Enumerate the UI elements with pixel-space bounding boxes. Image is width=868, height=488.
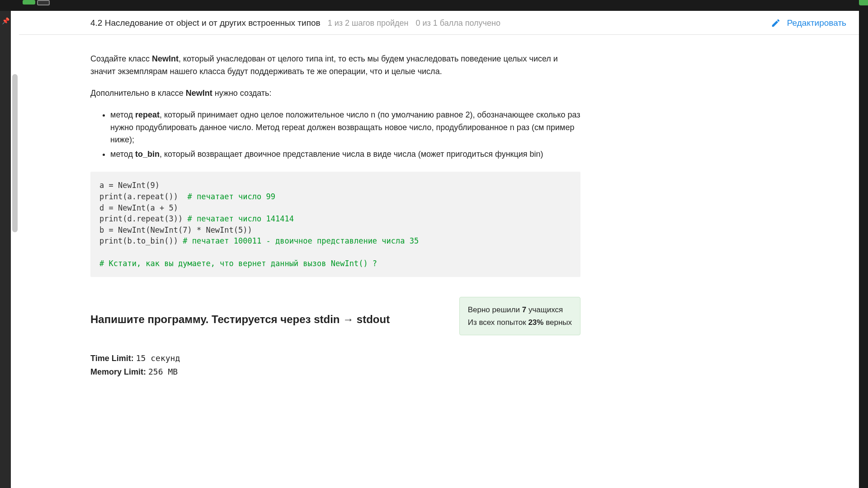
pencil-icon <box>771 18 781 28</box>
active-tab-indicator[interactable] <box>23 0 35 5</box>
stats-tries: Из всех попыток 23% верных <box>468 316 572 328</box>
scrollbar-thumb[interactable] <box>12 74 18 232</box>
list-item: метод repeat, который принимает одно цел… <box>110 109 580 147</box>
limits: Time Limit: 15 секунд Memory Limit: 256 … <box>90 352 580 379</box>
lesson-content: Создайте класс NewInt, который унаследов… <box>19 35 593 388</box>
corner-indicator <box>859 0 868 5</box>
lesson-title: 4.2 Наследование от object и от других в… <box>90 18 321 28</box>
edit-label: Редактировать <box>787 18 846 28</box>
app-sidebar: 📌 <box>0 11 11 388</box>
edit-button[interactable]: Редактировать <box>771 18 846 28</box>
memory-limit: Memory Limit: 256 MB <box>90 365 580 379</box>
task-paragraph-2: Дополнительно в классе NewInt нужно созд… <box>90 87 580 100</box>
task-heading: Напишите программу. Тестируется через st… <box>90 313 446 326</box>
stats-solved: Верно решили 7 учащихся <box>468 304 572 316</box>
stats-box: Верно решили 7 учащихся Из всех попыток … <box>459 297 580 335</box>
task-paragraph-1: Создайте класс NewInt, который унаследов… <box>90 53 580 78</box>
time-limit: Time Limit: 15 секунд <box>90 352 580 366</box>
tab-indicator[interactable] <box>37 0 50 5</box>
code-example: a = NewInt(9) print(a.repeat()) # печата… <box>90 172 580 277</box>
task-list: метод repeat, который принимает одно цел… <box>90 109 580 161</box>
pin-icon[interactable]: 📌 <box>2 17 9 24</box>
list-item: метод to_bin, который возвращает двоично… <box>110 148 580 161</box>
scrollbar-track[interactable] <box>11 11 19 388</box>
steps-progress: 1 из 2 шагов пройден <box>328 19 409 28</box>
right-edge-bar <box>859 0 868 388</box>
lesson-header: 4.2 Наследование от object и от других в… <box>19 11 859 35</box>
points-progress: 0 из 1 балла получено <box>415 19 500 28</box>
window-titlebar <box>0 0 868 11</box>
